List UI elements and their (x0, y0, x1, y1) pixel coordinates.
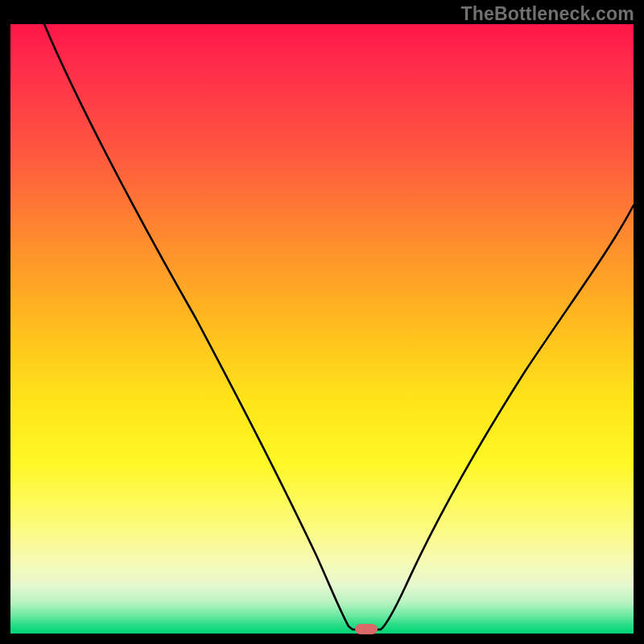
watermark-text: TheBottleneck.com (460, 3, 634, 25)
curve-path (44, 24, 634, 630)
optimum-marker (355, 624, 378, 634)
plot-area (10, 24, 634, 634)
chart-frame: TheBottleneck.com (0, 0, 644, 644)
bottleneck-curve (10, 24, 634, 634)
